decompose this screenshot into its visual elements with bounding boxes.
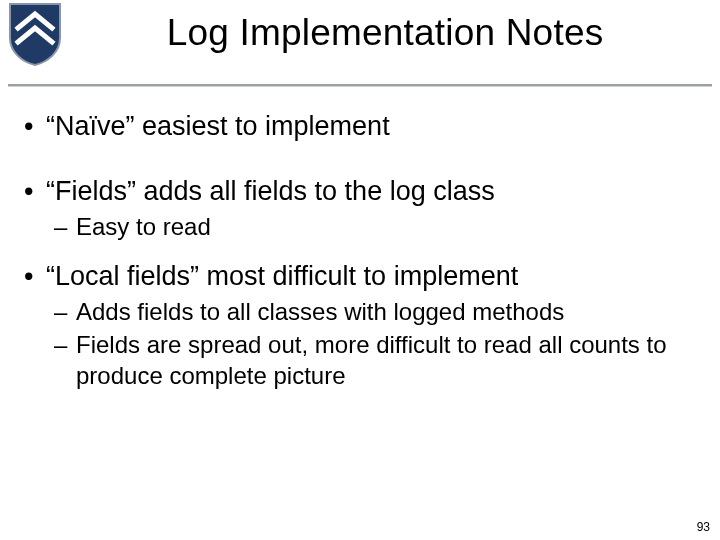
slide-title: Log Implementation Notes [60,12,710,54]
bullet-item: “Naïve” easiest to implement [20,109,700,144]
sub-bullet-item: Fields are spread out, more difficult to… [46,330,700,391]
bullet-item: “Local fields” most difficult to impleme… [20,259,700,392]
bullet-item: “Fields” adds all fields to the log clas… [20,174,700,243]
page-number: 93 [697,520,710,534]
sub-bullet-item: Easy to read [46,212,700,243]
sub-bullet-item: Adds fields to all classes with logged m… [46,297,700,328]
sub-bullet-text: Fields are spread out, more difficult to… [76,331,667,389]
slide-header: Log Implementation Notes [0,0,720,82]
bullet-text: “Local fields” most difficult to impleme… [46,261,518,291]
sub-bullet-text: Adds fields to all classes with logged m… [76,298,564,325]
shield-logo-icon [8,2,62,66]
sub-bullet-text: Easy to read [76,213,211,240]
bullet-text: “Naïve” easiest to implement [46,111,390,141]
slide-body: “Naïve” easiest to implement “Fields” ad… [0,87,720,392]
bullet-text: “Fields” adds all fields to the log clas… [46,176,495,206]
